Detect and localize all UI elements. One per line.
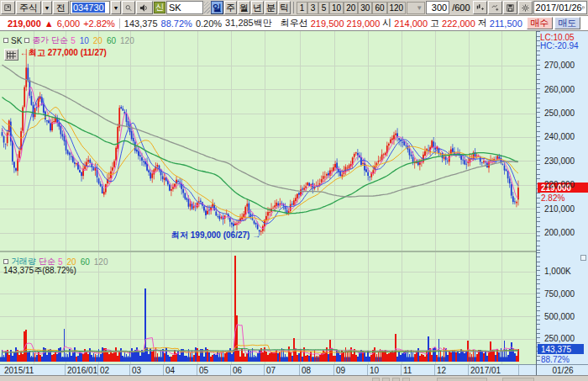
price-legend-name: SK [11,36,22,45]
last-date-label: 01/26 [537,364,588,375]
stock-name-field[interactable]: SK [166,1,203,14]
high-annotation-text: 최고 277,000 (11/27) [29,48,107,57]
x-axis-label: 11 [403,366,412,375]
minute-interval-button[interactable]: 30 [358,2,372,14]
price-tick-label: 260,000 [544,85,575,94]
checkbox-icon[interactable] [3,38,8,43]
high-label: 고 [430,17,439,29]
price-pane[interactable]: SK 종가 단순 5102060120 ←최고 277,000 (11/27) … [0,31,536,251]
sell-button[interactable]: 매도 [554,17,580,29]
window-link-icon[interactable] [1,1,15,14]
open-price: 214,000 [394,19,428,29]
chart-window: 주식 ▼ 전 034730 ▼ 신 SK 일주월년분틱 135102030601… [0,0,588,381]
change-percent: +2.82% [83,19,115,29]
x-axis-label: 02 [100,366,109,375]
volume-tick-label: 1,000K [544,267,571,276]
x-axis-label: 2017/01 [470,366,501,375]
price-ma-periods: 5102060120 [71,36,134,45]
price-tick-marks [537,31,540,251]
period-tab[interactable]: 틱 [278,1,291,14]
change-amount: 6,000 [57,19,81,29]
x-axis-label: 12 [437,366,446,375]
x-axis-label: 04 [165,366,175,375]
arrow-right-icon: → [252,230,260,240]
open-label: 시 [382,17,391,29]
volume-tick-label: 500,000 [544,312,575,321]
x-axis: 2015/112016/0102030405060708091011122017… [0,364,536,375]
stock-code-input[interactable]: 034730 [70,1,110,14]
high-price: 222,000 [442,19,475,29]
ma-period-label: 120 [120,36,134,45]
price-chart-canvas [0,31,536,251]
minute-interval-button[interactable]: 120 [387,2,407,14]
checkbox-icon[interactable] [3,259,8,264]
buy-button[interactable]: 매수 [527,17,553,29]
volume-chart-canvas [0,252,536,364]
low-price: 211,500 [490,19,522,29]
checkbox-icon[interactable] [24,38,29,43]
low-label: 저 [478,17,487,29]
minute-interval-button[interactable]: 10 [329,2,344,14]
search-icon[interactable] [122,1,135,14]
add-line-tool-icon[interactable] [488,1,502,14]
x-axis-label: 09 [336,366,345,375]
pane-corner-icon[interactable] [580,255,586,261]
ma-period-label: 5 [71,36,76,45]
day-volume: 143,375 [124,19,158,29]
current-volume-marker: 143,375 [538,344,584,354]
period-tab[interactable]: 월 [238,1,250,14]
price-tick-label: 270,000 [544,61,575,70]
period-tab[interactable]: 년 [251,1,264,14]
buy-button-label: 매수 [530,17,549,29]
sound-icon[interactable] [136,1,153,14]
x-axis-label: 05 [199,366,208,375]
date-picker[interactable]: 2017/01/26 [533,1,587,14]
quote-infobar: 219,000 ▲ 6,000 +2.82% 143,375 88.72% 0.… [0,16,588,31]
sell-button-label: 매도 [558,17,576,29]
stock-name-value: SK [169,3,181,13]
candle-count-value: 300 [432,3,447,13]
code-dropdown-icon[interactable]: ▼ [111,1,121,14]
volume-pane[interactable]: 거래량 단순 52060120 143,375주(88.72%) [0,252,536,364]
calendar-icon [582,3,585,12]
current-price: 219,000 [8,19,41,29]
trade-value: 31,285백만 [225,17,272,29]
period-tab[interactable]: 분 [265,1,277,14]
price-legend: SK 종가 단순 5102060120 [3,34,134,46]
minute-interval-button[interactable]: 5 [318,2,329,14]
asset-type-dropdown-icon[interactable]: ▼ [42,1,52,14]
best-ask: 219,500 [311,19,344,29]
ma-period-label: 60 [107,36,116,45]
current-percent-marker: 2.82% [541,193,564,203]
market-badge-label: 신 [155,2,164,13]
stock-code-value: 034730 [72,3,105,13]
market-badge: 신 [154,2,165,13]
ma-period-label: 10 [80,36,89,45]
minute-interval-button[interactable]: 1 [297,2,307,14]
top-toolbar: 주식 ▼ 전 034730 ▼ 신 SK 일주월년분틱 135102030601… [0,0,588,16]
minute-interval-button[interactable]: 20 [344,2,358,14]
candle-count-input[interactable]: 300 [426,1,449,14]
price-tick-label: 210,000 [544,204,575,214]
asset-type-select[interactable]: 주식 [16,1,41,14]
field-resize-grip[interactable] [204,2,210,13]
x-axis-label: 2015/11 [4,366,34,375]
prev-stock-label: 전 [56,2,66,14]
asset-type-label: 주식 [19,2,38,14]
period-tab[interactable]: 주 [224,1,237,14]
save-icon[interactable] [503,1,517,14]
settings-gear-icon[interactable] [518,1,533,14]
prev-stock-button[interactable]: 전 [53,1,69,14]
grid-settings-icon[interactable] [4,49,18,61]
low-annotation: 최저 199,000 (06/27) → [171,230,260,241]
best-bid: 219,000 [347,19,381,29]
period-tab[interactable]: 일 [211,1,223,14]
best-quote-label: 최우선 [281,17,308,29]
minute-interval-button[interactable]: 3 [307,2,318,14]
price-tick-label: 230,000 [544,156,575,166]
add-candle-tool-icon[interactable] [473,1,487,14]
price-tick-label: 200,000 [544,228,575,237]
minute-interval-button[interactable]: 60 [372,2,386,14]
price-tick-label: 240,000 [544,132,575,141]
x-axis-label: 10 [370,366,379,375]
